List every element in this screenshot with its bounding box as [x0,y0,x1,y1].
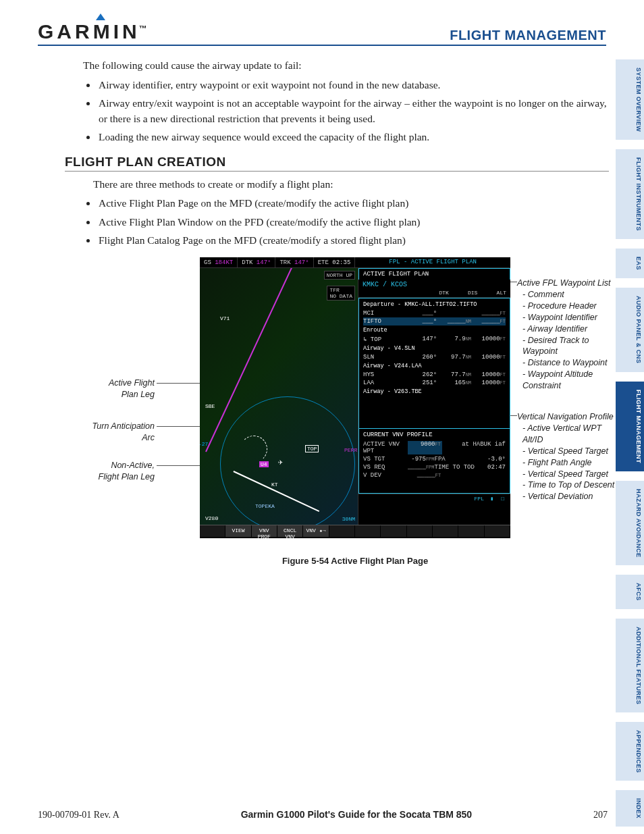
subsection-heading: FLIGHT PLAN CREATION [65,155,609,172]
fpl-columns: DTKDISALT [358,290,510,298]
map-label: SBE [205,403,215,409]
map-label-top: TOP [305,445,319,452]
fpl-waypoint-list: Departure - KMKC-ALL.TIFTO2.TIFTO MCI___… [358,298,510,429]
intro-bullet-list: Airway identifier, entry waypoint or exi… [97,77,610,145]
figure-caption: Figure 5-54 Active Flight Plan Page [105,556,605,566]
softkey-cncl-vnv[interactable]: CNCL VNV [277,525,303,537]
tab-eas[interactable]: EAS [616,249,644,278]
sub-paragraph: There are three methods to create or mod… [93,177,620,192]
callout-waypoint-list: Active FPL Waypoint List - Comment - Pro… [517,278,618,392]
tab-system-overview[interactable]: SYSTEM OVERVIEW [616,59,644,140]
softkey[interactable] [458,525,484,537]
garmin-logo: GARMIN™ [38,20,147,43]
softkey-vnv-d[interactable]: VNV ⬥→ [303,525,329,537]
side-tab-strip: SYSTEM OVERVIEW FLIGHT INSTRUMENTS EAS A… [616,59,644,827]
softkey[interactable] [329,525,355,537]
softkey-bar: VIEW VNV PROF CNCL VNV VNV ⬥→ [200,525,510,537]
map-label: TOPEKA [255,503,275,509]
tab-hazard-avoidance[interactable]: HAZARD AVOIDANCE [616,481,644,566]
map-label: KT [271,481,278,488]
fpl-panel-title: ACTIVE FLIGHT PLAN [358,268,510,280]
map-label: -27 [200,441,208,447]
intro-bullet: Airway identifier, entry waypoint or exi… [97,77,610,93]
mfd-screenshot: GS 184KT DTK 147° TRK 147° ETE 02:35 FPL… [200,257,510,538]
sub-bullet: Active Flight Plan Page on the MFD (crea… [97,195,610,211]
turn-anticipation-arc [240,436,267,463]
map-label: U4 [259,461,269,467]
tab-index[interactable]: INDEX [616,790,644,827]
manual-title: Garmin G1000 Pilot's Guide for the Socat… [241,809,473,820]
sub-bullet-list: Active Flight Plan Page on the MFD (crea… [97,195,610,248]
map-label: V280 [205,515,218,521]
tfr-chip: TFRNO DATA [327,286,355,301]
softkey[interactable] [355,525,381,537]
map-label: V71 [220,315,230,321]
mfd-map: NORTH UP TFRNO DATA ✈ V71 SBE -27 U4 TOP… [200,268,358,525]
vnv-profile-panel: CURRENT VNV PROFILE PERR ACTIVE VNV WPT9… [358,429,510,494]
intro-bullet: Airway entry/exit waypoint is not an acc… [97,95,610,127]
tab-flight-instruments[interactable]: FLIGHT INSTRUMENTS [616,149,644,239]
mfd-databar: GS 184KT DTK 147° TRK 147° ETE 02:35 FPL… [200,257,510,268]
callout-nonactive-leg: Non-Active, Flight Plan Leg [77,460,155,483]
page-group-indicator: FPL ▮ □ [358,494,510,503]
figure: Active Flight Plan Leg Turn Anticipation… [105,257,618,548]
softkey-view[interactable]: VIEW [225,525,251,537]
map-scale: 30NM [342,516,355,522]
section-title: FLIGHT MANAGEMENT [450,28,606,43]
callout-active-leg: Active Flight Plan Leg [84,377,155,400]
softkey[interactable] [485,525,510,537]
compass-arc [220,396,355,525]
softkey[interactable] [433,525,458,537]
fpl-route: KMKC / KCOS [358,280,510,290]
ownship-icon: ✈ [278,457,283,467]
softkey[interactable] [381,525,406,537]
tab-afcs[interactable]: AFCS [616,575,644,609]
north-up-chip: NORTH UP [324,271,355,280]
callout-turn-arc: Turn Anticipation Arc [77,421,155,444]
softkey[interactable] [200,525,225,537]
page-number: 207 [593,810,608,820]
page-footer: 190-00709-01 Rev. A Garmin G1000 Pilot's… [38,809,608,820]
tab-flight-management[interactable]: FLIGHT MANAGEMENT [616,382,644,471]
softkey-vnv-prof[interactable]: VNV PROF [252,525,277,537]
sub-bullet: Flight Plan Catalog Page on the MFD (cre… [97,232,610,248]
tab-additional-features[interactable]: ADDITIONAL FEATURES [616,619,644,712]
doc-number: 190-00709-01 Rev. A [38,810,119,820]
perr-label: PERR [344,447,357,453]
sub-bullet: Active Flight Plan Window on the PFD (cr… [97,214,610,230]
intro-bullet: Loading the new airway sequence would ex… [97,129,610,145]
tab-appendices[interactable]: APPENDICES [616,722,644,781]
tab-audio-panel-cns[interactable]: AUDIO PANEL & CNS [616,288,644,371]
softkey[interactable] [407,525,433,537]
intro-paragraph: The following could cause the airway upd… [83,58,610,73]
callout-vnv-profile: Vertical Navigation Profile - Active Ver… [517,411,618,502]
